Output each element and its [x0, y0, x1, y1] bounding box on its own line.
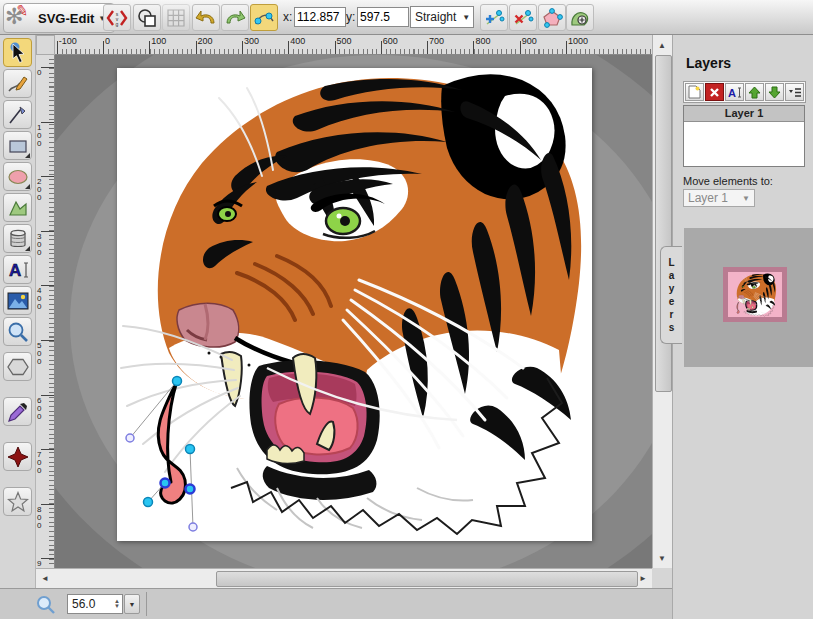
main-menu-button[interactable]: ✻✎ SVG-Edit ▼ [3, 3, 115, 33]
preview-panel [684, 228, 813, 367]
layer-options-button[interactable] [785, 83, 804, 101]
delete-layer-icon [709, 87, 720, 98]
ruler-label: 1 0 0 [37, 124, 41, 148]
text-icon: A [7, 259, 29, 281]
document-properties-button[interactable] [133, 4, 161, 31]
tool-star[interactable] [3, 487, 32, 516]
path-node[interactable] [173, 377, 182, 386]
status-bar: 56.0 ▲▼ ▼ [0, 588, 672, 619]
ruler-tick [566, 41, 567, 54]
edit-source-button[interactable]: s v g [103, 4, 131, 31]
ruler-label: 1000 [568, 36, 588, 46]
spinner-icon[interactable]: ▲▼ [114, 599, 120, 609]
add-subpath-button[interactable] [566, 4, 594, 31]
ruler-tick [41, 285, 54, 286]
drawing-thumbnail[interactable] [723, 267, 787, 322]
scroll-up-arrow[interactable]: ▲ [653, 37, 671, 53]
tool-path[interactable] [3, 193, 32, 222]
path-node[interactable] [186, 445, 195, 454]
grid-button[interactable] [162, 4, 190, 31]
rename-layer-icon: A [728, 86, 742, 99]
path-icon [7, 197, 29, 219]
control-handle[interactable] [189, 523, 197, 531]
tool-polygon[interactable] [3, 352, 32, 381]
workspace [55, 55, 652, 568]
svg-text:A: A [9, 261, 21, 280]
main-menu-label: SVG-Edit [38, 11, 94, 26]
tool-rectangle[interactable] [3, 131, 32, 160]
zoom-preset-dropdown[interactable]: ▼ [124, 594, 140, 614]
rename-layer-button[interactable]: A [725, 83, 744, 101]
layers-panel-tab[interactable]: Layers [660, 246, 682, 344]
link-control-points-icon [253, 8, 275, 28]
add-node-icon [483, 8, 505, 28]
open-path-icon [541, 8, 563, 28]
svg-source-icon: s v g [106, 8, 128, 28]
node-x-input[interactable] [294, 7, 346, 27]
ruler-label: 0 [37, 69, 41, 77]
layer-row[interactable]: Layer 1 [684, 106, 804, 122]
layers-sidebar: Layers A [672, 35, 813, 619]
tool-image[interactable] [3, 286, 32, 315]
layers-tab-letter: L [668, 256, 674, 269]
undo-button[interactable] [192, 4, 220, 31]
svg-edit-app: ✻✎ SVG-Edit ▼ s v g [0, 0, 813, 619]
clone-node-button[interactable] [480, 4, 508, 31]
ruler-tick [41, 340, 54, 341]
move-layer-down-button[interactable] [765, 83, 784, 101]
control-handle[interactable] [126, 434, 134, 442]
open-close-path-button[interactable] [538, 4, 566, 31]
eyedropper-icon [7, 401, 29, 423]
ruler-label: 700 [429, 36, 444, 46]
tool-zoom[interactable] [3, 317, 32, 346]
node-y-input[interactable] [357, 7, 409, 27]
ruler-label: 9 0 0 [37, 560, 41, 568]
delete-layer-button[interactable] [705, 83, 724, 101]
image-icon [7, 292, 29, 310]
tool-line[interactable] [3, 100, 32, 129]
flyout-arrow-icon [25, 246, 30, 251]
svg-canvas[interactable] [117, 68, 592, 541]
drawing-svg[interactable] [117, 68, 592, 541]
segment-type-select[interactable]: Straight ▼ [410, 6, 474, 28]
layers-tab-letter: r [670, 308, 674, 321]
left-tool-palette: A [0, 35, 36, 588]
ruler-tick [288, 41, 289, 54]
chevron-down-icon: ▼ [742, 194, 750, 203]
tool-select[interactable] [3, 38, 32, 67]
redo-button[interactable] [221, 4, 249, 31]
horizontal-scroll-thumb[interactable] [216, 571, 638, 587]
delete-node-icon [512, 8, 534, 28]
ruler-tick [41, 558, 54, 559]
path-node-selected[interactable] [186, 485, 195, 494]
tool-text[interactable]: A [3, 255, 32, 284]
link-control-points-toggle[interactable] [250, 4, 278, 31]
ruler-label: -100 [59, 36, 77, 46]
zoom-level-input[interactable]: 56.0 ▲▼ [67, 594, 123, 614]
delete-node-button[interactable] [509, 4, 537, 31]
flyout-arrow-icon [25, 153, 30, 158]
new-layer-button[interactable] [685, 83, 704, 101]
scroll-down-arrow[interactable]: ▼ [653, 550, 671, 566]
tool-ellipse[interactable] [3, 162, 32, 191]
tool-eyedropper[interactable] [3, 397, 32, 426]
tool-position[interactable] [3, 442, 32, 471]
scroll-left-arrow[interactable]: ◄ [36, 570, 54, 586]
move-layer-up-button[interactable] [745, 83, 764, 101]
scrollbar-corner [652, 568, 672, 588]
move-elements-select[interactable]: Layer 1 ▼ [683, 189, 755, 207]
layer-list: Layer 1 [683, 105, 805, 167]
hexagon-icon [7, 356, 29, 378]
ruler-corner [36, 35, 55, 55]
move-elements-label: Move elements to: [683, 175, 773, 187]
shapes-icon [137, 8, 157, 28]
tool-shape-library[interactable] [3, 224, 32, 253]
tool-pencil[interactable] [3, 69, 32, 98]
ruler-tick [103, 41, 104, 54]
path-node[interactable] [144, 498, 153, 507]
scroll-right-arrow[interactable]: ► [634, 570, 652, 586]
horizontal-scrollbar[interactable]: ◄ ► [36, 568, 652, 588]
ruler-tick [520, 41, 521, 54]
ruler-tick [196, 41, 197, 54]
path-node-selected[interactable] [161, 479, 170, 488]
